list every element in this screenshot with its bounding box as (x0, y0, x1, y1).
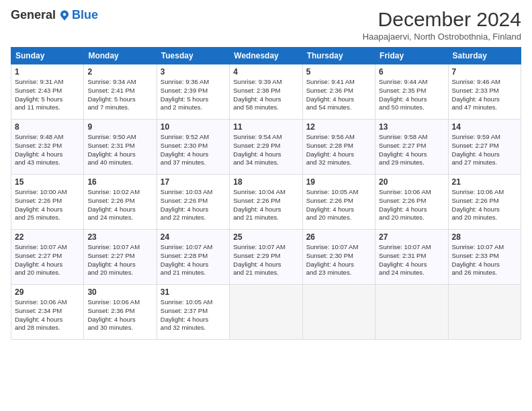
cal-cell (375, 285, 448, 340)
cell-info-line: Daylight: 4 hours (379, 95, 444, 104)
cell-info-line: and 58 minutes. (233, 103, 298, 112)
cell-info-line: Sunrise: 9:50 AM (87, 133, 152, 142)
cell-info-line: Sunrise: 10:05 AM (306, 188, 371, 197)
calendar-table: SundayMondayTuesdayWednesdayThursdayFrid… (11, 47, 521, 340)
day-number: 11 (233, 122, 298, 132)
cell-info-line: Sunrise: 9:41 AM (306, 78, 371, 87)
cell-info-line: and 20 minutes. (15, 269, 80, 277)
cell-info-line: Sunset: 2:39 PM (161, 87, 226, 95)
cell-info-line: Sunset: 2:28 PM (306, 142, 371, 150)
day-number: 14 (452, 122, 517, 132)
week-row-1: 1Sunrise: 9:31 AMSunset: 2:43 PMDaylight… (11, 64, 521, 120)
day-number: 31 (161, 287, 226, 297)
day-number: 4 (233, 67, 298, 77)
cell-info-line: Sunrise: 10:03 AM (161, 188, 226, 197)
title-area: December 2024 Haapajaervi, North Ostrobo… (363, 8, 521, 42)
cell-info-line: Sunset: 2:26 PM (15, 197, 80, 205)
cal-cell: 9Sunrise: 9:50 AMSunset: 2:31 PMDaylight… (84, 120, 157, 175)
cell-info-line: Daylight: 4 hours (452, 150, 517, 159)
day-number: 12 (306, 122, 371, 132)
cell-info-line: Sunrise: 9:36 AM (161, 78, 226, 87)
cell-info-line: Daylight: 4 hours (15, 150, 80, 159)
cell-info-line: Daylight: 5 hours (161, 95, 226, 104)
cell-info-line: Sunrise: 10:07 AM (452, 243, 517, 252)
cal-cell (448, 285, 521, 340)
day-number: 20 (379, 177, 444, 187)
cell-info-line: Sunrise: 9:34 AM (87, 78, 152, 87)
day-number: 8 (15, 122, 80, 132)
cell-info-line: Sunrise: 10:07 AM (161, 243, 226, 252)
cell-info-line: Sunset: 2:33 PM (452, 87, 517, 95)
day-number: 19 (306, 177, 371, 187)
logo-blue-text: Blue (72, 8, 98, 22)
cell-info-line: and 34 minutes. (233, 158, 298, 167)
cell-info-line: and 47 minutes. (452, 103, 517, 112)
cal-cell: 16Sunrise: 10:02 AMSunset: 2:26 PMDaylig… (84, 175, 157, 230)
day-number: 18 (233, 177, 298, 187)
cell-info-line: Sunset: 2:27 PM (87, 252, 152, 261)
cell-info-line: and 54 minutes. (306, 103, 371, 112)
cell-info-line: and 43 minutes. (15, 158, 80, 167)
cell-info-line: Daylight: 4 hours (306, 205, 371, 214)
day-number: 29 (15, 287, 80, 297)
day-number: 7 (452, 67, 517, 77)
cal-cell (302, 285, 375, 340)
cell-info-line: Daylight: 4 hours (306, 261, 371, 269)
cell-info-line: Sunset: 2:36 PM (306, 87, 371, 95)
cal-cell: 4Sunrise: 9:39 AMSunset: 2:38 PMDaylight… (230, 64, 302, 120)
cell-info-line: Sunrise: 10:06 AM (452, 188, 517, 197)
cal-cell: 27Sunrise: 10:07 AMSunset: 2:31 PMDaylig… (375, 230, 448, 285)
cell-info-line: Sunrise: 9:56 AM (306, 133, 371, 142)
day-number: 3 (161, 67, 226, 77)
cell-info-line: Sunrise: 10:00 AM (15, 188, 80, 197)
cal-cell: 3Sunrise: 9:36 AMSunset: 2:39 PMDaylight… (157, 64, 229, 120)
cell-info-line: Sunrise: 9:46 AM (452, 78, 517, 87)
cell-info-line: and 27 minutes. (452, 158, 517, 167)
day-number: 6 (379, 67, 444, 77)
day-header-wednesday: Wednesday (230, 48, 302, 64)
cell-info-line: Daylight: 4 hours (87, 316, 152, 324)
cell-info-line: and 7 minutes. (87, 103, 152, 112)
cal-cell: 2Sunrise: 9:34 AMSunset: 2:41 PMDaylight… (84, 64, 157, 120)
cell-info-line: and 50 minutes. (379, 103, 444, 112)
cell-info-line: Sunrise: 10:04 AM (233, 188, 298, 197)
calendar-page: General Blue December 2024 Haapajaervi, … (0, 0, 532, 411)
cell-info-line: Sunset: 2:27 PM (452, 142, 517, 150)
cell-info-line: Sunset: 2:30 PM (306, 252, 371, 261)
cal-cell: 7Sunrise: 9:46 AMSunset: 2:33 PMDaylight… (448, 64, 521, 120)
cell-info-line: Daylight: 4 hours (452, 205, 517, 214)
cell-info-line: and 30 minutes. (87, 324, 152, 332)
cell-info-line: Daylight: 4 hours (161, 316, 226, 324)
day-number: 27 (379, 232, 444, 242)
cal-cell: 18Sunrise: 10:04 AMSunset: 2:26 PMDaylig… (230, 175, 302, 230)
cell-info-line: Sunrise: 10:07 AM (15, 243, 80, 252)
cell-info-line: Daylight: 4 hours (379, 261, 444, 269)
cal-cell: 11Sunrise: 9:54 AMSunset: 2:29 PMDayligh… (230, 120, 302, 175)
header: General Blue December 2024 Haapajaervi, … (11, 8, 521, 42)
cell-info-line: and 20 minutes. (452, 214, 517, 222)
day-number: 1 (15, 67, 80, 77)
cell-info-line: and 40 minutes. (87, 158, 152, 167)
cell-info-line: and 29 minutes. (379, 158, 444, 167)
cell-info-line: Daylight: 4 hours (87, 205, 152, 214)
cell-info-line: and 22 minutes. (161, 214, 226, 222)
cell-info-line: Sunset: 2:26 PM (452, 197, 517, 205)
day-number: 9 (87, 122, 152, 132)
cell-info-line: Sunset: 2:43 PM (15, 87, 80, 95)
cell-info-line: Sunrise: 10:06 AM (87, 298, 152, 307)
day-number: 28 (452, 232, 517, 242)
header-row: SundayMondayTuesdayWednesdayThursdayFrid… (11, 48, 521, 64)
cell-info-line: Daylight: 4 hours (233, 261, 298, 269)
day-number: 25 (233, 232, 298, 242)
cell-info-line: and 21 minutes. (233, 269, 298, 277)
cell-info-line: Sunset: 2:26 PM (87, 197, 152, 205)
cell-info-line: Sunset: 2:31 PM (379, 252, 444, 261)
cal-cell: 30Sunrise: 10:06 AMSunset: 2:36 PMDaylig… (84, 285, 157, 340)
cal-cell: 1Sunrise: 9:31 AMSunset: 2:43 PMDaylight… (11, 64, 84, 120)
cell-info-line: Sunrise: 9:52 AM (161, 133, 226, 142)
cal-cell: 29Sunrise: 10:06 AMSunset: 2:34 PMDaylig… (11, 285, 84, 340)
cell-info-line: and 26 minutes. (452, 269, 517, 277)
day-number: 13 (379, 122, 444, 132)
cell-info-line: Sunset: 2:26 PM (161, 197, 226, 205)
cal-cell: 26Sunrise: 10:07 AMSunset: 2:30 PMDaylig… (302, 230, 375, 285)
